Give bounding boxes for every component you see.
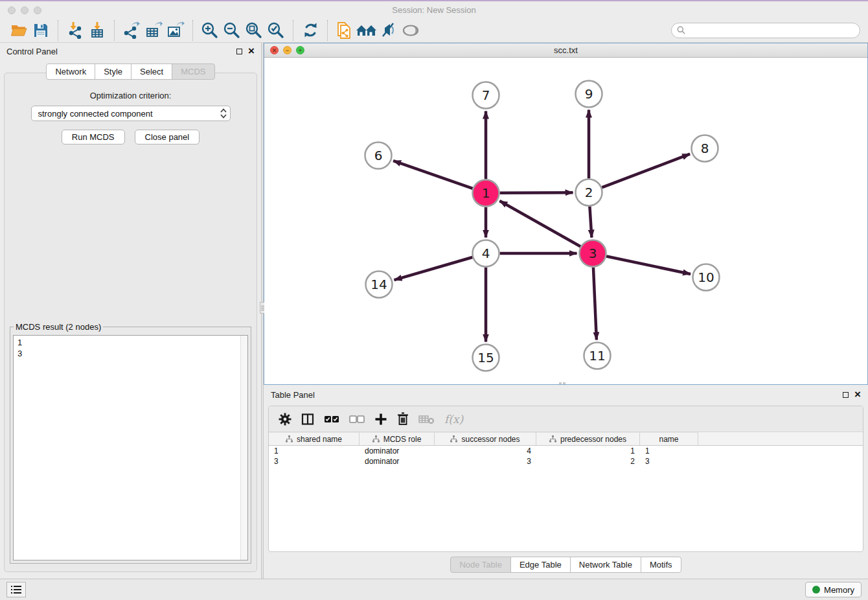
toolbar-separator [293,20,293,41]
criterion-select[interactable]: strongly connected component [31,106,231,121]
graph-node-9[interactable]: 9 [576,81,602,108]
cell-successor-nodes[interactable]: 3 [435,456,536,467]
graph-edge-3-10[interactable] [606,256,691,273]
graph-edge-4-14[interactable] [394,257,473,280]
table-panel: Table Panel × f(x) [264,385,868,579]
float-panel-icon[interactable] [236,49,242,54]
cell-mcds-role[interactable]: dominator [360,446,435,456]
graph-node-14[interactable]: 14 [366,271,393,298]
graph-node-4[interactable]: 4 [473,240,499,267]
network-canvas[interactable]: 1234678910111415 [264,58,867,384]
graph-node-6[interactable]: 6 [365,143,392,169]
open-file-icon[interactable] [8,20,30,41]
eye-icon[interactable] [400,20,422,41]
svg-text:10: 10 [698,270,714,285]
svg-text:6: 6 [374,148,383,163]
save-session-icon[interactable] [30,20,52,41]
graph-node-11[interactable]: 11 [584,343,611,369]
view-minimize-button[interactable]: − [283,46,291,54]
column-header-predecessor-nodes[interactable]: predecessor nodes [536,432,640,445]
cell-name[interactable]: 1 [640,446,698,456]
column-header-mcds-role[interactable]: MCDS role [360,432,435,445]
graph-edge-1-2[interactable] [499,192,573,193]
add-column-icon[interactable] [374,413,387,426]
toolbar-separator [114,20,115,41]
import-table-icon[interactable] [86,20,108,41]
svg-text:4: 4 [482,246,490,261]
zoom-out-icon[interactable] [221,20,243,41]
graph-node-10[interactable]: 10 [693,264,720,291]
export-image-icon[interactable] [165,20,187,41]
tab-network[interactable]: Network [46,63,95,80]
zoom-selected-icon[interactable] [265,20,287,41]
graph-node-7[interactable]: 7 [473,82,499,109]
optimization-criterion-label: Optimization criterion: [5,91,257,100]
svg-text:14: 14 [371,277,387,292]
import-public-network-icon[interactable] [334,20,356,41]
zoom-fit-icon[interactable] [243,20,265,41]
select-all-icon[interactable] [324,413,339,426]
table-toolbar: f(x) [269,406,863,432]
close-panel-icon[interactable]: × [248,48,255,54]
view-maximize-button[interactable]: + [296,46,304,54]
result-scrollbar[interactable] [240,336,247,560]
deselect-all-icon[interactable] [349,413,365,426]
cell-successor-nodes[interactable]: 4 [435,446,536,456]
graph-node-3[interactable]: 3 [580,240,606,267]
status-bar: Memory [0,579,868,600]
network-view-window: ✕ − + scc.txt 12346789101114 [264,43,868,385]
settings-gear-icon[interactable] [279,413,291,426]
float-table-panel-icon[interactable] [843,392,849,398]
table-row[interactable]: 3 dominator 3 2 3 [269,456,863,467]
search-field[interactable] [671,23,860,38]
export-network-icon[interactable] [120,20,143,41]
toolbar-separator [58,20,58,41]
svg-text:7: 7 [482,87,490,103]
close-panel-button[interactable]: Close panel [135,130,200,144]
tab-edge-table[interactable]: Edge Table [510,557,571,573]
task-history-button[interactable] [6,582,26,597]
graph-edge-1-6[interactable] [393,161,473,189]
column-header-name[interactable]: name [640,432,698,445]
column-header-successor-nodes[interactable]: successor nodes [435,432,536,445]
graph-node-8[interactable]: 8 [692,135,718,162]
import-network-icon[interactable] [64,20,86,41]
table-row[interactable]: 1 dominator 4 1 1 [269,446,863,456]
column-header-shared-name[interactable]: shared name [269,432,360,445]
mcds-result-list[interactable]: 1 3 [13,335,248,560]
cell-predecessor-nodes[interactable]: 2 [536,456,640,467]
cell-name[interactable]: 3 [640,456,698,467]
graph-edge-2-3[interactable] [589,206,591,237]
export-table-icon[interactable] [143,20,165,41]
column-type-icon [372,435,380,443]
cell-mcds-role[interactable]: dominator [360,456,435,467]
refresh-view-icon[interactable] [299,20,321,41]
svg-text:11: 11 [589,348,605,363]
graph-node-2[interactable]: 2 [576,179,602,206]
search-input[interactable] [689,25,854,35]
run-mcds-button[interactable]: Run MCDS [62,130,125,144]
tab-motifs[interactable]: Motifs [641,557,681,573]
show-column-panel-icon[interactable] [301,413,314,426]
graph-node-1[interactable]: 1 [473,180,499,207]
delete-column-icon[interactable] [397,412,409,426]
tab-style[interactable]: Style [95,63,131,80]
graphics-details-off-icon[interactable] [378,20,400,41]
graph-edge-2-8[interactable] [602,154,690,188]
memory-button[interactable]: Memory [805,582,862,597]
tab-node-table[interactable]: Node Table [450,557,511,573]
zoom-in-icon[interactable] [199,20,221,41]
network-view-titlebar[interactable]: ✕ − + scc.txt [264,43,867,58]
graph-node-15[interactable]: 15 [473,345,499,371]
graph-edge-3-11[interactable] [593,267,597,340]
graph-edge-3-1[interactable] [499,201,580,246]
cell-shared-name[interactable]: 1 [269,446,360,456]
cell-shared-name[interactable]: 3 [269,456,360,467]
tab-network-table[interactable]: Network Table [570,557,641,573]
view-close-button[interactable]: ✕ [270,46,279,54]
close-table-panel-icon[interactable]: × [854,391,861,398]
tab-mcds[interactable]: MCDS [172,63,214,80]
tab-select[interactable]: Select [131,63,172,80]
home-icon[interactable] [356,20,378,41]
cell-predecessor-nodes[interactable]: 1 [536,446,640,456]
